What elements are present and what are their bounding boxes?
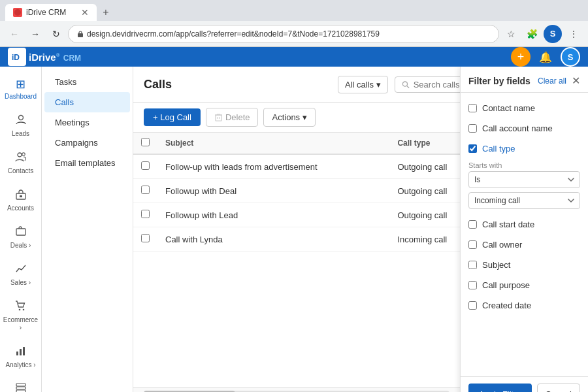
user-avatar[interactable]: S (561, 47, 580, 67)
filter-call_type-checkbox[interactable] (468, 144, 477, 153)
cell-subject: Call with Lynda (157, 227, 389, 252)
all-calls-dropdown[interactable]: All calls ▾ (338, 76, 388, 93)
tab-close-button[interactable]: ✕ (81, 7, 89, 18)
delete-button[interactable]: Delete (206, 108, 259, 127)
dashboard-icon: ⊞ (16, 77, 25, 91)
ecommerce-icon (15, 300, 27, 315)
filter-call_start_date-checkbox[interactable] (468, 220, 477, 229)
actions-arrow-icon: ▾ (302, 112, 307, 122)
filter-call_account_name-label: Call account name (482, 123, 553, 133)
apply-filter-button[interactable]: Apply Filter (468, 384, 532, 392)
logo-icon: iD (8, 48, 26, 66)
call-type-operator-select[interactable]: IsIs notStarts withContains (468, 171, 580, 188)
footer-scrollbar[interactable] (133, 387, 460, 392)
reload-button[interactable]: ↻ (47, 25, 65, 43)
starts-with-label: Starts with (468, 161, 580, 169)
sidebar-item-contacts[interactable]: Contacts (3, 146, 39, 180)
notifications-button[interactable]: 🔔 (536, 47, 555, 67)
filter-field-call_start_date-row[interactable]: Call start date (461, 214, 588, 235)
row-checkbox-cell[interactable] (133, 227, 157, 252)
filter-call_owner-checkbox[interactable] (468, 240, 477, 249)
contacts-icon (15, 151, 27, 166)
svg-rect-7 (20, 195, 22, 197)
sidebar-item-datamigration[interactable]: Data Migration (3, 377, 39, 392)
filter-subject-checkbox[interactable] (468, 261, 477, 269)
sub-sidebar: Tasks Calls Meetings Campaigns Email tem… (42, 67, 133, 392)
forward-button[interactable]: → (26, 25, 44, 43)
filter-field-call_type-row[interactable]: Call type (461, 139, 588, 159)
url-bar[interactable]: design.devidrivecrm.com/app/calls?referr… (68, 25, 499, 43)
sidebar-item-dashboard-label: Dashboard (5, 93, 37, 101)
row-checkbox[interactable] (141, 234, 150, 242)
row-checkbox[interactable] (141, 210, 150, 218)
sidebar-item-sales[interactable]: Sales › (3, 257, 39, 292)
subsidebar-campaigns[interactable]: Campaigns (44, 133, 130, 153)
deals-icon (15, 225, 27, 240)
new-tab-button[interactable]: + (97, 4, 115, 21)
filter-subject-label: Subject (482, 260, 510, 270)
log-call-button[interactable]: + Log Call (144, 108, 201, 126)
filter-field-call_purpose: Call purpose (461, 275, 588, 295)
header-checkbox-cell[interactable] (133, 133, 157, 154)
delete-icon (214, 113, 223, 122)
filter-field-call_account_name-row[interactable]: Call account name (461, 118, 588, 139)
filter-panel: Filter by fields Clear all ✕ Contact nam… (460, 67, 588, 392)
filter-call_account_name-checkbox[interactable] (468, 124, 477, 133)
filter-field-call_owner-row[interactable]: Call owner (461, 235, 588, 255)
filter-field-created_date-row[interactable]: Created date (461, 295, 588, 316)
browser-profile-avatar[interactable]: S (544, 25, 562, 43)
call-type-value-select[interactable]: Incoming callOutgoing call (468, 192, 580, 209)
filter-clear-button[interactable]: Clear all (538, 76, 566, 86)
sidebar-item-deals[interactable]: Deals › (3, 220, 39, 255)
actions-button[interactable]: Actions ▾ (263, 108, 316, 127)
filter-field-subject-row[interactable]: Subject (461, 255, 588, 275)
url-text: design.devidrivecrm.com/app/calls?referr… (87, 29, 380, 39)
svg-point-4 (18, 153, 22, 157)
svg-rect-11 (16, 351, 18, 355)
sidebar-item-ecommerce[interactable]: Ecommerce › (3, 295, 39, 337)
sidebar-item-accounts[interactable]: Accounts (3, 183, 39, 218)
svg-point-10 (22, 309, 24, 311)
search-icon (402, 80, 410, 89)
filter-field-contact_name: Contact name (461, 98, 588, 118)
subsidebar-tasks[interactable]: Tasks (44, 72, 130, 92)
cancel-filter-button[interactable]: Cancel (537, 384, 580, 392)
row-checkbox[interactable] (141, 161, 150, 170)
active-browser-tab[interactable]: iDrive CRM ✕ (5, 4, 97, 21)
row-checkbox-cell[interactable] (133, 154, 157, 179)
sidebar-item-leads[interactable]: Leads (3, 108, 39, 143)
filter-call_type-label: Call type (482, 144, 515, 154)
cell-subject: Follow-up with leads from advertisement (157, 154, 389, 179)
sidebar-item-leads-label: Leads (12, 130, 29, 138)
filter-field-contact_name-row[interactable]: Contact name (461, 98, 588, 118)
subsidebar-email-templates[interactable]: Email templates (44, 153, 130, 173)
filter-field-subject: Subject (461, 255, 588, 275)
extension-button[interactable]: 🧩 (523, 25, 541, 43)
filter-field-call_purpose-row[interactable]: Call purpose (461, 275, 588, 295)
filter-contact_name-checkbox[interactable] (468, 104, 477, 112)
sidebar-item-contacts-label: Contacts (8, 167, 33, 175)
row-checkbox[interactable] (141, 186, 150, 194)
row-checkbox-cell[interactable] (133, 203, 157, 227)
app-logo: iD iDrive® CRM (8, 48, 81, 66)
sidebar-item-sales-label: Sales › (10, 279, 31, 287)
bookmark-button[interactable]: ☆ (502, 25, 520, 43)
subsidebar-calls[interactable]: Calls (44, 92, 130, 112)
sidebar-item-analytics[interactable]: Analytics › (3, 340, 39, 374)
browser-menu-button[interactable]: ⋮ (564, 25, 583, 43)
filter-call_owner-label: Call owner (482, 240, 522, 250)
back-button[interactable]: ← (5, 25, 24, 43)
select-all-checkbox[interactable] (141, 138, 150, 146)
svg-rect-26 (216, 115, 221, 121)
add-button[interactable]: + (511, 47, 531, 67)
leads-icon (15, 114, 27, 129)
filter-created_date-checkbox[interactable] (468, 301, 477, 310)
row-checkbox-cell[interactable] (133, 179, 157, 203)
svg-rect-8 (16, 229, 25, 235)
sidebar-item-dashboard[interactable]: ⊞ Dashboard (3, 72, 39, 106)
subsidebar-meetings[interactable]: Meetings (44, 112, 130, 133)
filter-call_purpose-checkbox[interactable] (468, 281, 477, 289)
filter-close-button[interactable]: ✕ (572, 74, 580, 87)
filter-field-call_owner: Call owner (461, 235, 588, 255)
header-subject: Subject (157, 133, 389, 154)
